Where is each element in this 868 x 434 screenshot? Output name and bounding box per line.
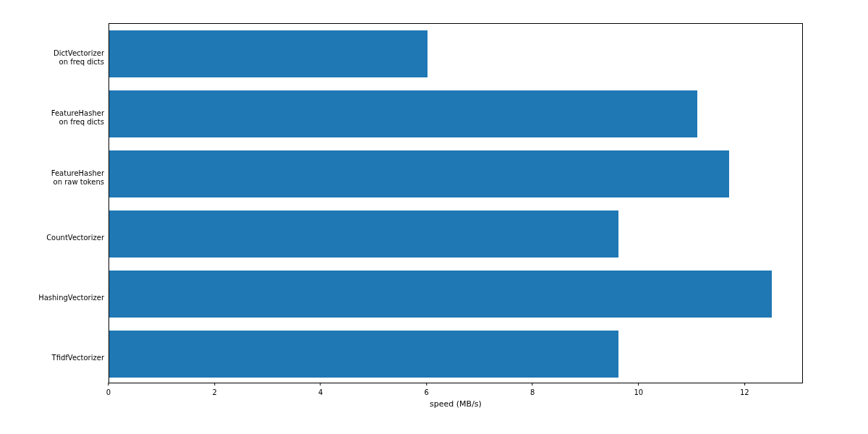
ytick-text: CountVectorizer	[46, 234, 104, 242]
xtick-text: 8	[530, 388, 535, 396]
xtick-label: 2	[212, 384, 216, 396]
xtick-label: 8	[530, 384, 535, 396]
xtick-label: 12	[740, 384, 749, 396]
bar-featurehasher-raw	[109, 150, 729, 197]
xtick-text: 12	[740, 388, 749, 396]
xtick-label: 6	[425, 384, 429, 396]
ytick-label: FeatureHasher on freq dicts	[0, 101, 104, 126]
ytick-label: FeatureHasher on raw tokens	[0, 161, 104, 186]
chart-figure: DictVectorizer on freq dicts FeatureHash…	[0, 0, 868, 434]
x-axis-label: speed (MB/s)	[109, 399, 803, 409]
xtick-label: 0	[106, 384, 111, 396]
ytick-label: TfidfVectorizer	[0, 345, 104, 362]
ytick-text: TfidfVectorizer	[52, 354, 104, 362]
bar-tfidfvectorizer	[109, 331, 618, 378]
xtick-label: 4	[318, 384, 323, 396]
bar-hashingvectorizer	[109, 271, 772, 318]
ytick-text: HashingVectorizer	[38, 294, 104, 302]
xtick-text: 6	[425, 388, 429, 396]
xtick-text: 4	[318, 388, 323, 396]
ytick-text: FeatureHasher on raw tokens	[51, 169, 104, 186]
bar-countvectorizer	[109, 210, 618, 258]
ytick-text: DictVectorizer on freq dicts	[54, 49, 104, 66]
ytick-label: DictVectorizer on freq dicts	[0, 41, 104, 66]
chart-axes	[109, 23, 803, 383]
xtick-text: 10	[634, 388, 643, 396]
bar-dictvectorizer	[109, 30, 427, 77]
xtick-label: 10	[634, 384, 643, 396]
xtick-text: 2	[212, 388, 216, 396]
xtick-text: 0	[106, 388, 111, 396]
ytick-label: CountVectorizer	[0, 225, 104, 242]
ytick-label: HashingVectorizer	[0, 285, 104, 302]
ytick-text: FeatureHasher on freq dicts	[51, 109, 104, 126]
chart-bars	[109, 24, 802, 383]
bar-featurehasher-freq	[109, 90, 697, 137]
